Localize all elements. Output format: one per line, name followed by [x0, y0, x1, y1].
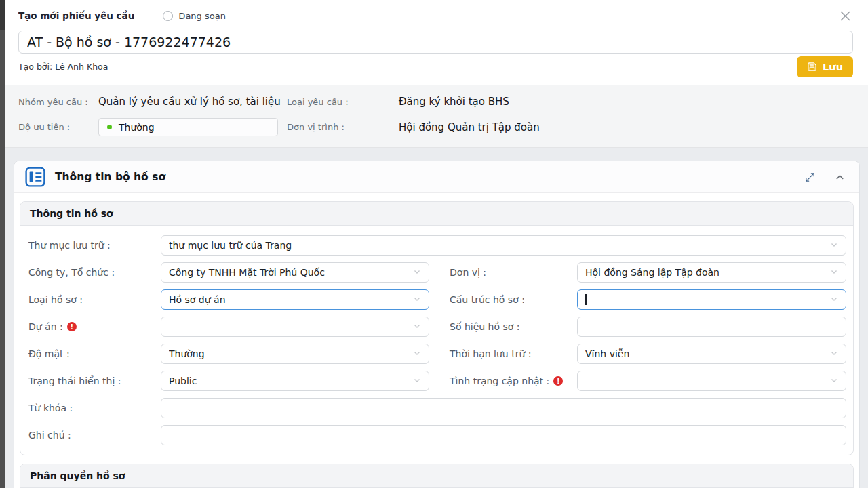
retention-select[interactable]: Vĩnh viễn [577, 344, 846, 364]
retention-label: Thời hạn lưu trữ : [429, 348, 577, 359]
dossier-info-card: Thông tin bộ hồ sơ [14, 161, 860, 488]
chevron-down-icon [830, 348, 838, 359]
request-type-label: Loại yêu cầu : [287, 97, 399, 107]
project-label: Dự án : ! [28, 321, 161, 332]
keywords-label: Từ khóa : [28, 403, 161, 413]
dossier-structure-label: Cấu trúc hồ sơ : [429, 294, 577, 305]
create-request-modal: Tạo mới phiếu yêu cầu Đang soạn Tạo bởi:… [5, 0, 868, 488]
request-type-value: Đăng ký khởi tạo BHS [399, 96, 852, 108]
group-label: Nhóm yêu cầu : [18, 97, 98, 107]
dossier-number-label: Số hiệu hồ sơ : [429, 321, 577, 332]
save-button-label: Lưu [823, 62, 843, 73]
confidentiality-label: Độ mật : [28, 348, 161, 359]
notes-input[interactable] [161, 425, 846, 445]
chevron-down-icon [830, 267, 838, 278]
text-caret [585, 294, 587, 305]
left-edge-strip [0, 0, 5, 488]
request-name-input[interactable] [18, 30, 853, 54]
collapse-chevron-up-icon[interactable] [833, 171, 846, 183]
close-icon[interactable] [837, 7, 853, 24]
storage-folder-select[interactable]: thư mục lưu trữ của Trang [161, 235, 846, 256]
chevron-down-icon [830, 240, 838, 251]
unit-select[interactable]: Hội đồng Sáng lập Tập đoàn [577, 262, 846, 283]
company-label: Công ty, Tổ chức : [28, 267, 161, 278]
storage-folder-label: Thư mục lưu trữ : [28, 240, 161, 251]
dossier-structure-select[interactable] [577, 289, 846, 310]
chevron-down-icon [413, 267, 421, 278]
update-status-select[interactable] [577, 371, 846, 391]
priority-status-dot [107, 125, 112, 129]
priority-label: Độ ưu tiên : [18, 122, 98, 132]
submitting-unit-value: Hội đồng Quản trị Tập đoàn [399, 121, 852, 134]
priority-field[interactable]: Thường [98, 118, 278, 136]
chevron-down-icon [413, 348, 421, 359]
unit-label: Đơn vị : [429, 267, 577, 278]
company-select[interactable]: Công ty TNHH Mặt Trời Phú Quốc [161, 262, 429, 283]
section-dossier-info: Thông tin hồ sơ Thư mục lưu trữ : thư mụ… [20, 201, 854, 455]
status-radio-label: Đang soạn [178, 11, 226, 21]
keywords-input[interactable] [161, 398, 846, 418]
notes-label: Ghi chú : [28, 430, 161, 441]
status-radio-draft[interactable]: Đang soạn [163, 11, 226, 21]
required-icon: ! [553, 376, 563, 386]
dossier-binder-icon [25, 167, 45, 187]
chevron-down-icon [413, 294, 421, 305]
modal-header: Tạo mới phiếu yêu cầu Đang soạn Tạo bởi:… [5, 0, 868, 85]
section-dossier-info-title: Thông tin hồ sơ [20, 202, 853, 226]
modal-title: Tạo mới phiếu yêu cầu [18, 10, 134, 21]
dossier-card-header: Thông tin bộ hồ sơ [14, 161, 859, 193]
chevron-down-icon [413, 375, 421, 386]
section-permissions-title: Phân quyền hồ sơ [20, 464, 853, 488]
update-status-label: Tình trạng cập nhật : ! [429, 375, 577, 386]
created-by-text: Tạo bởi: Lê Anh Khoa [18, 62, 108, 72]
group-value: Quản lý yêu cầu xử lý hồ sơ, tài liệu [98, 96, 287, 108]
dossier-type-label: Loại hồ sơ : [28, 294, 161, 305]
required-icon: ! [67, 322, 77, 331]
dossier-card-title: Thông tin bộ hồ sơ [55, 171, 165, 183]
section-permissions: Phân quyền hồ sơ Quyền owner : Lê Anh Kh… [20, 464, 854, 488]
dossier-card-body: Thông tin hồ sơ Thư mục lưu trữ : thư mụ… [14, 193, 859, 488]
left-edge-strip-top [0, 0, 5, 30]
dossier-type-select[interactable]: Hồ sơ dự án [161, 289, 429, 310]
chevron-down-icon [830, 294, 838, 305]
chevron-down-icon [830, 375, 838, 386]
radio-circle-icon [163, 11, 173, 21]
dossier-number-input[interactable] [577, 317, 846, 337]
display-status-select[interactable]: Public [161, 371, 429, 391]
confidentiality-select[interactable]: Thường [161, 344, 429, 364]
save-button[interactable]: Lưu [797, 56, 853, 77]
priority-value: Thường [119, 122, 155, 133]
save-icon [807, 62, 817, 72]
project-select[interactable] [161, 317, 429, 337]
display-status-label: Trạng thái hiển thị : [28, 375, 161, 386]
chevron-down-icon [413, 321, 421, 332]
submitting-unit-label: Đơn vị trình : [287, 122, 399, 132]
modal-content: Thông tin bộ hồ sơ [5, 148, 868, 488]
expand-icon[interactable] [804, 171, 816, 183]
screen: Tạo mới phiếu yêu cầu Đang soạn Tạo bởi:… [0, 0, 868, 488]
request-meta-bar: Nhóm yêu cầu : Quản lý yêu cầu xử lý hồ … [5, 85, 868, 148]
